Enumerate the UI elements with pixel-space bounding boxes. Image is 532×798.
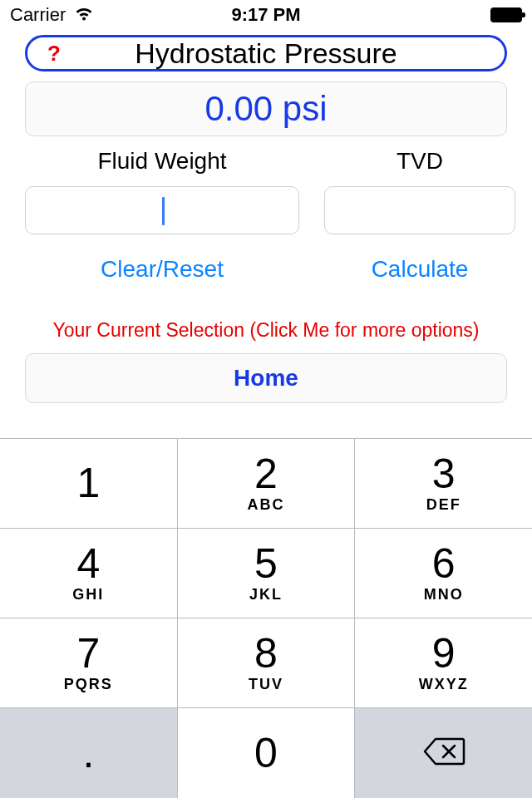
key-0[interactable]: 0: [178, 708, 356, 798]
selection-hint[interactable]: Your Current Selection (Click Me for mor…: [0, 319, 532, 342]
key-backspace[interactable]: [355, 708, 532, 798]
key-1[interactable]: 1: [0, 439, 178, 529]
home-button[interactable]: Home: [25, 353, 507, 403]
tvd-input[interactable]: [324, 186, 515, 234]
battery-icon: [490, 7, 522, 22]
key-7[interactable]: 7PQRS: [0, 618, 178, 708]
home-label: Home: [234, 365, 298, 392]
fluid-weight-label: Fluid Weight: [97, 148, 226, 175]
key-9[interactable]: 9WXYZ: [355, 618, 532, 708]
numeric-keypad: 1 2ABC 3DEF 4GHI 5JKL 6MNO 7PQRS 8TUV 9W…: [0, 438, 532, 798]
tvd-label: TVD: [397, 148, 443, 175]
calculate-button[interactable]: Calculate: [372, 256, 469, 283]
key-3[interactable]: 3DEF: [355, 439, 532, 529]
page-title: Hydrostatic Pressure: [135, 37, 397, 70]
help-icon[interactable]: ?: [47, 41, 61, 66]
wifi-icon: [74, 4, 94, 26]
carrier-label: Carrier: [10, 4, 66, 26]
key-5[interactable]: 5JKL: [178, 529, 356, 618]
result-display: 0.00 psi: [25, 81, 507, 136]
clear-reset-button[interactable]: Clear/Reset: [101, 256, 224, 283]
fluid-weight-input[interactable]: [25, 186, 299, 234]
key-8[interactable]: 8TUV: [178, 618, 356, 708]
text-caret: [162, 197, 165, 225]
title-pill[interactable]: ? Hydrostatic Pressure: [25, 35, 507, 71]
status-bar: Carrier 9:17 PM: [0, 0, 532, 30]
key-dot[interactable]: .: [0, 708, 178, 798]
key-6[interactable]: 6MNO: [355, 529, 532, 618]
backspace-icon: [422, 736, 466, 770]
key-2[interactable]: 2ABC: [178, 439, 356, 529]
result-value: 0.00 psi: [204, 89, 327, 129]
key-4[interactable]: 4GHI: [0, 529, 178, 618]
